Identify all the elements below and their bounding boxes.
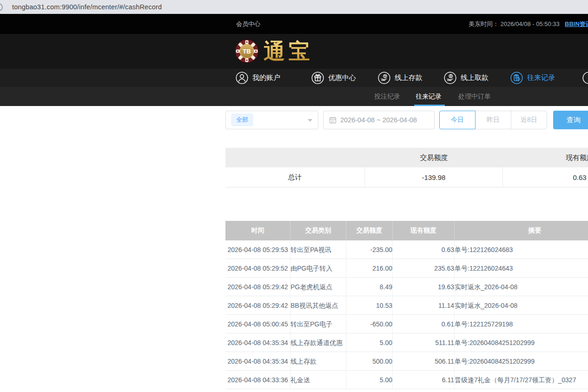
cell-type: 转出至PA视讯 (291, 240, 346, 259)
brand-name: 通宝 (264, 39, 314, 63)
cell-time: 2026-04-08 05:29:52 (225, 259, 291, 277)
col-amount: 交易额度 (346, 221, 393, 240)
cell-amount: 5.00 (346, 371, 393, 389)
cell-balance: 0.61 (393, 315, 455, 333)
today-button[interactable]: 今日 (439, 111, 476, 129)
search-button[interactable]: 查询 (553, 111, 588, 129)
summary-total-row: 总计 -139.98 0.63 (225, 167, 588, 187)
subnav-pending-orders[interactable]: 处理中订单 (458, 87, 491, 106)
cell-time: 2026-04-08 05:29:53 (225, 240, 291, 259)
browser-url-bar[interactable]: tongbao31.com:9900/infe/mcenter/#/cashRe… (0, 0, 588, 14)
cell-type: PG老虎机返点 (291, 278, 346, 296)
cell-type: 礼金送 (291, 371, 346, 389)
summary-header-transaction: 交易额度 (365, 148, 503, 167)
subnav-transaction-records[interactable]: 往来记录 (416, 87, 442, 106)
nav-item-online-deposit[interactable]: 线上存款 (378, 69, 423, 87)
sub-nav: 投注纪录 往来记录 处理中订单 (0, 87, 588, 106)
favicon-icon (0, 3, 3, 11)
cell-balance: 235.63 (393, 259, 455, 277)
table-row: 2026-04-08 05:29:42 PG老虎机返点 8.49 19.63 实… (225, 278, 588, 296)
col-type: 交易类别 (291, 221, 346, 240)
table-row: 2026-04-08 05:29:42 BB视讯其他返点 10.53 11.14… (225, 296, 588, 315)
site-header: TB 通宝 (0, 34, 588, 69)
cell-type: BB视讯其他返点 (291, 296, 346, 314)
withdraw-icon (444, 72, 456, 84)
yesterday-button[interactable]: 昨日 (475, 111, 511, 129)
cell-time: 2026-04-08 05:29:42 (225, 278, 291, 296)
date-range-value: 2026-04-08 ~ 2026-04-08 (340, 116, 417, 124)
partial-nav-icon (582, 72, 588, 84)
page-url[interactable]: tongbao31.com:9900/infe/mcenter/#/cashRe… (12, 3, 162, 11)
selected-type-tag[interactable]: 全部 (231, 114, 253, 126)
cell-balance: 506.11 (393, 352, 455, 370)
summary-table: 交易额度 现有额度 总计 -139.98 0.63 (225, 148, 588, 187)
main-nav: 我的账户 优惠中心 线上存款 线上取款 (0, 69, 588, 87)
nav-item-online-withdraw[interactable]: 线上取款 (444, 69, 489, 87)
cell-balance: 11.14 (393, 296, 455, 314)
top-bar: 会员中心 美东时间： 2026/04/08 - 05:50:33 BBIN资讯 (0, 14, 588, 34)
col-balance: 现有额度 (393, 221, 455, 240)
cell-time: 2026-04-08 04:35:34 (225, 352, 291, 370)
cell-time: 2026-04-08 05:00:45 (225, 315, 291, 333)
subnav-bet-records[interactable]: 投注纪录 (374, 87, 400, 106)
table-row: 2026-04-08 05:00:45 转出至PG电子 -650.00 0.61… (225, 315, 588, 333)
cell-balance: 6.11 (393, 371, 455, 389)
summary-transaction-total: -139.98 (365, 167, 503, 187)
cell-summary: 实时返水_2026-04-08 (455, 278, 588, 296)
table-header-row: 时间 交易类别 交易额度 现有额度 摘要 (225, 221, 588, 240)
quick-range-group: 今日 昨日 近8日 (439, 111, 547, 129)
nav-item-partial[interactable] (582, 69, 588, 87)
last-8-days-button[interactable]: 近8日 (511, 111, 547, 129)
cell-type: 由PG电子转入 (291, 259, 346, 277)
cell-time: 2026-04-08 04:33:36 (225, 371, 291, 389)
cell-summary: 实时返水_2026-04-08 (455, 296, 588, 314)
nav-label: 往来记录 (527, 73, 555, 82)
cell-amount: 500.00 (346, 352, 393, 370)
site-logo[interactable]: TB 通宝 (235, 39, 314, 63)
content-area: 全部 2026-04-08 ~ 2026-04-08 今日 昨日 近8日 查询 … (0, 106, 588, 392)
cell-balance: 0.63 (393, 240, 455, 259)
cell-summary: 单号:122126024683 (455, 240, 588, 259)
poker-chip-icon: TB (235, 39, 259, 63)
table-row: 2026-04-08 05:29:52 由PG电子转入 216.00 235.6… (225, 259, 588, 278)
svg-text:TB: TB (243, 48, 251, 55)
cell-type: 转出至PG电子 (291, 315, 346, 333)
cell-amount: -650.00 (346, 315, 393, 333)
cell-summary: 单号:122126024643 (455, 259, 588, 277)
member-center-link[interactable]: 会员中心 (236, 14, 260, 34)
nav-item-promotions[interactable]: 优惠中心 (311, 69, 356, 87)
calendar-icon (329, 116, 337, 124)
record-icon (510, 72, 523, 84)
cell-amount: 216.00 (346, 259, 393, 277)
nav-item-my-account[interactable]: 我的账户 (236, 69, 280, 87)
nav-label: 线上取款 (461, 73, 489, 82)
nav-label: 线上存款 (395, 73, 423, 82)
table-row: 2026-04-08 04:35:34 线上存款通道优惠 5.00 511.11… (225, 333, 588, 352)
table-row: 2026-04-08 05:29:53 转出至PA视讯 -235.00 0.63… (225, 240, 588, 259)
summary-header-row: 交易额度 现有额度 (225, 148, 588, 167)
cell-amount: 5.00 (346, 333, 393, 352)
col-time: 时间 (225, 221, 291, 240)
chevron-down-icon (308, 119, 312, 122)
col-summary: 摘要 (455, 221, 588, 240)
cell-time: 2026-04-08 04:35:34 (225, 333, 291, 352)
cell-summary: 单号:202604084251202999 (455, 333, 588, 352)
cell-amount: -235.00 (346, 240, 393, 259)
deposit-icon (378, 72, 390, 84)
summary-header-empty (225, 148, 365, 167)
records-table: 时间 交易类别 交易额度 现有额度 摘要 2026-04-08 05:29:53… (225, 221, 588, 389)
type-filter-select[interactable]: 全部 (225, 111, 318, 129)
nav-label: 我的账户 (252, 73, 280, 82)
bbin-news-link[interactable]: BBIN资讯 (565, 14, 588, 34)
date-range-input[interactable]: 2026-04-08 ~ 2026-04-08 (323, 111, 435, 129)
cell-summary: 单号:122125729198 (455, 315, 588, 333)
nav-item-transaction-records[interactable]: 往来记录 (510, 69, 555, 87)
gift-icon (311, 72, 324, 84)
nav-label: 优惠中心 (328, 73, 356, 82)
summary-header-balance: 现有额度 (503, 148, 588, 167)
table-row: 2026-04-08 04:33:36 礼金送 5.00 6.11 晋级逢7礼金… (225, 371, 588, 389)
user-icon (236, 72, 248, 84)
cell-summary: 单号:202604084251202999 (455, 352, 588, 370)
summary-total-label: 总计 (225, 167, 365, 187)
cell-balance: 19.63 (393, 278, 455, 296)
